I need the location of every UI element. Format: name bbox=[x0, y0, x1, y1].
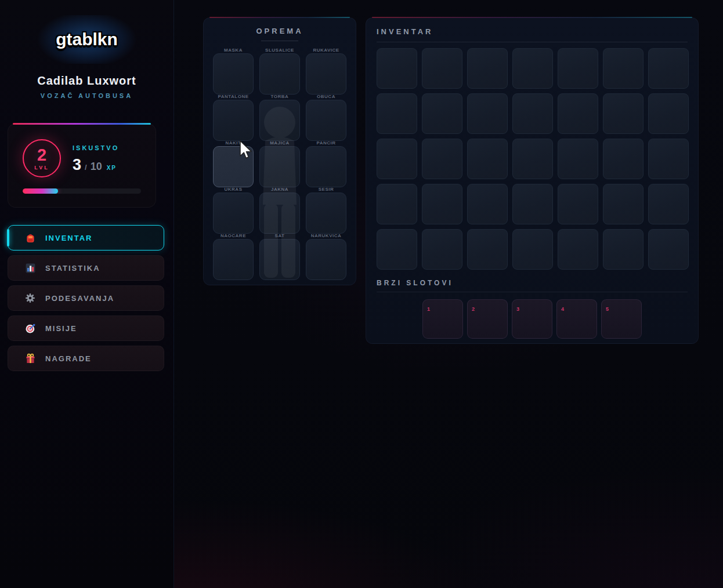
inventory-slot[interactable] bbox=[377, 139, 417, 179]
equipment-slot-maska[interactable] bbox=[213, 53, 254, 95]
equipment-slot-label: SESIR bbox=[306, 187, 346, 192]
equipment-slot-slusalice[interactable] bbox=[259, 53, 300, 95]
backpack-icon bbox=[24, 232, 36, 244]
equipment-slot-label: JAKNA bbox=[259, 187, 300, 192]
inventory-slot[interactable] bbox=[603, 93, 644, 134]
inventory-slot[interactable] bbox=[648, 48, 689, 89]
equipment-slot-label: MASKA bbox=[213, 48, 254, 53]
sidebar-item-inventar[interactable]: INVENTAR bbox=[8, 225, 164, 251]
inventory-slot[interactable] bbox=[558, 48, 598, 89]
inventory-title: INVENTAR bbox=[377, 27, 688, 36]
quick-slots-title: BRZI SLOTOVI bbox=[377, 279, 688, 287]
quick-slot-2[interactable]: 2 bbox=[467, 299, 508, 339]
equipment-grid: MASKASLUSALICERUKAVICEPANTALONETORBAOBUC… bbox=[213, 48, 356, 280]
level-number: 2 bbox=[37, 147, 46, 164]
equipment-slot-rukavice[interactable] bbox=[306, 53, 346, 95]
xp-max: 10 bbox=[91, 161, 102, 173]
inventory-slot[interactable] bbox=[422, 229, 462, 270]
equipment-slot-jakna[interactable] bbox=[259, 193, 300, 234]
inventory-slot[interactable] bbox=[512, 184, 553, 224]
inventory-slot[interactable] bbox=[467, 139, 508, 179]
quick-slots-row: 12345 bbox=[377, 299, 688, 339]
equipment-slot-pantalone[interactable] bbox=[213, 100, 254, 141]
quick-slot-3[interactable]: 3 bbox=[512, 299, 552, 339]
xp-progress-track bbox=[23, 188, 141, 194]
inventory-slot[interactable] bbox=[512, 93, 553, 134]
equipment-cell: MASKA bbox=[213, 48, 254, 95]
equipment-slot-ukras[interactable] bbox=[213, 193, 254, 234]
sidebar-nav: INVENTAR STATISTIKA PODESAVANJA MISIJE N… bbox=[8, 225, 164, 371]
equipment-slot-label: SAT bbox=[259, 234, 300, 238]
quick-slot-1[interactable]: 1 bbox=[422, 299, 463, 339]
gift-icon bbox=[24, 353, 36, 364]
inventory-slot[interactable] bbox=[558, 93, 598, 134]
equipment-cell: OBUCA bbox=[306, 95, 346, 141]
equipment-slot-majica[interactable] bbox=[259, 146, 300, 187]
xp-unit: XP bbox=[107, 165, 117, 171]
equipment-cell: PANTALONE bbox=[213, 95, 254, 141]
inventory-slot[interactable] bbox=[377, 229, 417, 270]
inventory-slot[interactable] bbox=[512, 48, 553, 89]
inventory-slot[interactable] bbox=[603, 139, 644, 179]
equipment-divider bbox=[261, 41, 298, 41]
inventory-slot[interactable] bbox=[512, 229, 553, 270]
sidebar: gtablkn Cadilab Luxwort VOZAČ AUTOBUSA 2… bbox=[0, 0, 174, 588]
equipment-slot-label: PANTALONE bbox=[213, 95, 254, 99]
quick-slot-4[interactable]: 4 bbox=[556, 299, 597, 339]
inventory-slot[interactable] bbox=[558, 139, 598, 179]
sidebar-item-misije[interactable]: MISIJE bbox=[8, 315, 164, 341]
quick-slot-5[interactable]: 5 bbox=[601, 299, 642, 339]
player-role: VOZAČ AUTOBUSA bbox=[0, 92, 173, 99]
level-badge: 2 LVL bbox=[23, 139, 61, 177]
inventory-slot[interactable] bbox=[467, 184, 508, 224]
equipment-slot-sesir[interactable] bbox=[306, 193, 346, 234]
inventory-slot[interactable] bbox=[422, 139, 462, 179]
inventory-slot[interactable] bbox=[377, 184, 417, 224]
inventory-slot[interactable] bbox=[558, 184, 598, 224]
equipment-cell: SAT bbox=[259, 234, 300, 280]
inventory-slot[interactable] bbox=[377, 48, 417, 89]
inventory-slot[interactable] bbox=[422, 93, 462, 134]
quick-slot-number: 4 bbox=[561, 306, 564, 312]
equipment-slot-nakit[interactable] bbox=[213, 146, 254, 187]
inventory-slot[interactable] bbox=[377, 93, 417, 134]
equipment-slot-naocare[interactable] bbox=[213, 239, 254, 280]
target-icon bbox=[24, 322, 36, 334]
sidebar-item-nagrade[interactable]: NAGRADE bbox=[8, 346, 164, 371]
equipment-cell: NAOCARE bbox=[213, 234, 254, 280]
xp-current: 3 bbox=[73, 157, 81, 173]
inventory-slot[interactable] bbox=[467, 93, 508, 134]
inventory-slot[interactable] bbox=[603, 184, 644, 224]
equipment-slot-label: MAJICA bbox=[259, 141, 300, 146]
equipment-cell: RUKAVICE bbox=[306, 48, 346, 95]
inventory-slot[interactable] bbox=[603, 48, 644, 89]
inventory-slot[interactable] bbox=[467, 48, 508, 89]
inventory-panel: INVENTAR BRZI SLOTOVI 12345 bbox=[366, 17, 699, 344]
equipment-slot-obuca[interactable] bbox=[306, 100, 346, 141]
equipment-cell: SESIR bbox=[306, 187, 346, 234]
inventory-slot[interactable] bbox=[648, 229, 689, 270]
inventory-slot[interactable] bbox=[422, 48, 462, 89]
sidebar-item-statistika[interactable]: STATISTIKA bbox=[8, 255, 164, 281]
inventory-grid bbox=[377, 48, 688, 270]
equipment-slot-pancir[interactable] bbox=[306, 146, 346, 187]
equipment-cell: PANCIR bbox=[306, 141, 346, 187]
inventory-slot[interactable] bbox=[467, 229, 508, 270]
inventory-slot[interactable] bbox=[422, 184, 462, 224]
equipment-slot-sat[interactable] bbox=[259, 239, 300, 280]
inventory-divider bbox=[377, 42, 688, 42]
equipment-slot-narukvica[interactable] bbox=[306, 239, 346, 280]
inventory-slot[interactable] bbox=[512, 139, 553, 179]
inventory-slot[interactable] bbox=[648, 139, 689, 179]
quick-slot-number: 3 bbox=[516, 306, 519, 312]
inventory-slot[interactable] bbox=[648, 93, 689, 134]
inventory-slot[interactable] bbox=[648, 184, 689, 224]
sidebar-item-label: INVENTAR bbox=[45, 234, 92, 242]
inventory-slot[interactable] bbox=[558, 229, 598, 270]
equipment-slot-torba[interactable] bbox=[259, 100, 300, 141]
equipment-slot-label: OBUCA bbox=[306, 95, 346, 99]
inventory-slot[interactable] bbox=[603, 229, 644, 270]
sidebar-item-podesavanja[interactable]: PODESAVANJA bbox=[8, 285, 164, 311]
xp-separator: / bbox=[85, 163, 87, 172]
player-name: Cadilab Luxwort bbox=[0, 74, 173, 88]
